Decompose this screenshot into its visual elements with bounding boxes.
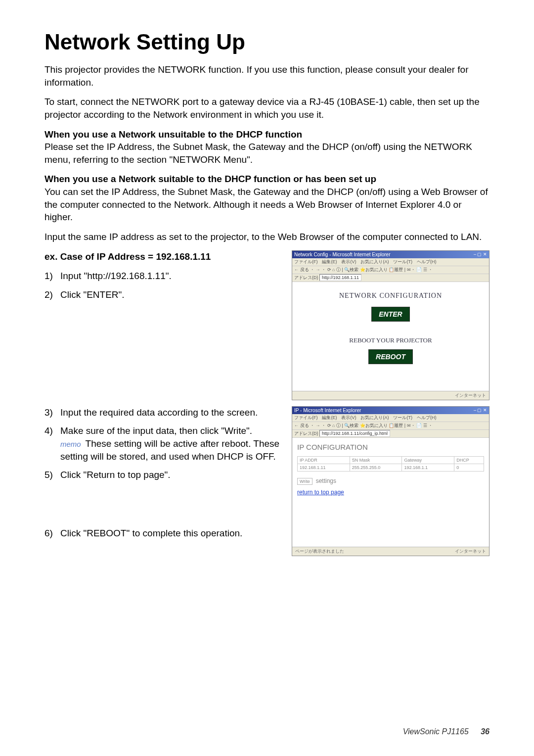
step-2-text: Click "ENTER".: [60, 288, 282, 301]
step-6: 6) Click "REBOOT" to complete this opera…: [44, 527, 282, 540]
page-heading: Network Setting Up: [44, 30, 490, 54]
screenshot-network-config: Network Config - Microsoft Internet Expl…: [292, 250, 490, 400]
window-title-2: IP - Microsoft Internet Explorer: [294, 408, 361, 413]
intro-paragraph-2: To start, connect the NETWORK port to a …: [44, 95, 490, 121]
step-3-number: 3): [44, 406, 60, 419]
window-titlebar-2: IP - Microsoft Internet Explorer – ▢ ✕: [292, 407, 489, 414]
address-bar: アドレス(D) http://192.168.1.11: [292, 274, 489, 282]
window-toolbar-2: ← 戻る ・ → ・ ⟳ ⌂ ⓘ | 🔍検索 ⭐お気に入り 📋履歴 | ✉・ 📄…: [292, 422, 489, 430]
table-row: [298, 464, 484, 471]
memo-label: memo: [60, 440, 81, 448]
example-heading: ex. Case of IP Address = 192.168.1.11: [44, 250, 282, 263]
col-gateway: Gateway: [402, 456, 454, 464]
step-3: 3) Input the required data according to …: [44, 406, 282, 419]
ip-config-heading: IP CONFIGURATION: [297, 443, 484, 451]
col-dhcp: DHCP: [454, 456, 484, 464]
subheading-1: When you use a Network unsuitable to the…: [44, 129, 302, 140]
window-controls-icon-2: – ▢ ✕: [474, 408, 487, 413]
window-titlebar: Network Config - Microsoft Internet Expl…: [292, 251, 489, 258]
step-1-number: 1): [44, 270, 60, 283]
window-menubar: ファイル(F) 編集(E) 表示(V) お気に入り(A) ツール(T) ヘルプ(…: [292, 258, 489, 266]
sn-mask-input[interactable]: [352, 465, 382, 470]
status-right-2: インターネット: [455, 548, 486, 555]
paragraph-3: Input the same IP address as set to the …: [44, 231, 490, 243]
status-right: インターネット: [455, 392, 486, 399]
paragraph-1: Please set the IP Address, the Subnet Ma…: [44, 142, 472, 165]
step-4: 4) Make sure of the input data, then cli…: [44, 425, 282, 463]
paragraph-2: You can set the IP Address, the Subnet M…: [44, 187, 488, 222]
reboot-button[interactable]: REBOOT: [368, 349, 413, 364]
product-name: ViewSonic PJ1165: [403, 727, 469, 736]
status-left-2: ページが表示されました: [295, 548, 344, 555]
dhcp-input[interactable]: [456, 465, 471, 470]
gateway-input[interactable]: [404, 465, 434, 470]
intro-paragraph-1: This projector provides the NETWORK func…: [44, 63, 490, 89]
window-statusbar: インターネット: [292, 391, 489, 400]
col-sn-mask: SN Mask: [350, 456, 402, 464]
step-5-number: 5): [44, 469, 60, 481]
reboot-instruction: REBOOT YOUR PROJECTOR: [295, 336, 486, 344]
network-config-heading: NETWORK CONFIGURATION: [295, 292, 486, 300]
step-5: 5) Click "Return to top page".: [44, 469, 282, 481]
step-4-number: 4): [44, 425, 60, 463]
window-statusbar-2: ページが表示されました インターネット: [292, 547, 489, 556]
step-5-text: Click "Return to top page".: [60, 469, 282, 481]
address-bar-2: アドレス(D) http://192.168.1.11/config_ip.ht…: [292, 430, 489, 438]
step-3-text: Input the required data according to the…: [60, 406, 282, 419]
step-2: 2) Click "ENTER".: [44, 288, 282, 301]
step-4-text: Make sure of the input data, then click …: [60, 425, 252, 436]
window-controls-icon: – ▢ ✕: [474, 252, 487, 257]
window-menubar-2: ファイル(F) 編集(E) 表示(V) お気に入り(A) ツール(T) ヘルプ(…: [292, 414, 489, 422]
step-2-number: 2): [44, 288, 60, 301]
subheading-2: When you use a Network suitable to the D…: [44, 174, 376, 184]
step-6-text: Click "REBOOT" to complete this operatio…: [60, 527, 282, 540]
page-footer: ViewSonic PJ1165 36: [403, 727, 490, 736]
enter-button[interactable]: ENTER: [371, 307, 409, 322]
return-link[interactable]: return to top page: [297, 489, 344, 496]
ip-addr-input[interactable]: [300, 465, 329, 470]
step-6-number: 6): [44, 527, 60, 540]
window-toolbar: ← 戻る ・ → ・ ⟳ ⌂ ⓘ | 🔍検索 ⭐お気に入り 📋履歴 | ✉・ 📄…: [292, 266, 489, 274]
write-button[interactable]: Write: [297, 478, 312, 485]
screenshot-ip-config: IP - Microsoft Internet Explorer – ▢ ✕ フ…: [292, 406, 490, 556]
step-1-text: Input "http://192.168.1.11".: [60, 270, 282, 283]
col-ip-addr: IP ADDR: [298, 456, 350, 464]
settings-label: settings: [316, 477, 336, 484]
step-4-memo-text: These setting will be active after reboo…: [60, 438, 279, 462]
ip-config-table: IP ADDR SN Mask Gateway DHCP: [297, 456, 484, 472]
window-title: Network Config - Microsoft Internet Expl…: [294, 252, 391, 257]
step-1: 1) Input "http://192.168.1.11".: [44, 270, 282, 283]
page-number: 36: [481, 727, 490, 736]
